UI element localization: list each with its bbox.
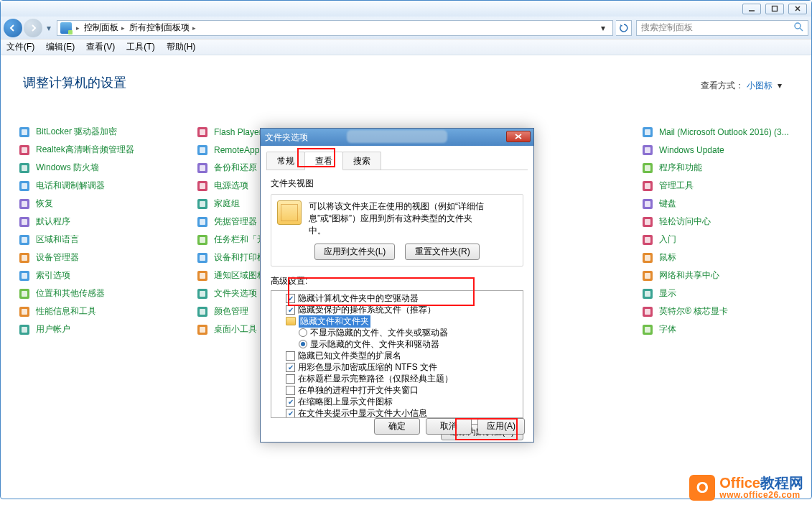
address-dropdown[interactable]: ▾ — [597, 23, 610, 33]
cp-item[interactable]: 入门 — [642, 233, 793, 246]
cp-item[interactable]: 轻松访问中心 — [642, 216, 793, 228]
cp-item[interactable]: 字体 — [642, 323, 793, 335]
cp-item-icon — [642, 216, 653, 228]
apply-button[interactable]: 应用(A) — [477, 418, 525, 435]
address-bar[interactable]: ▸ 控制面板 ▸ 所有控制面板项 ▸ ▾ — [57, 20, 613, 36]
svg-rect-41 — [200, 237, 205, 243]
svg-point-2 — [795, 23, 801, 29]
menu-tools[interactable]: 工具(T) — [126, 41, 154, 53]
minimize-button[interactable] — [742, 4, 761, 14]
cp-item-label: Realtek高清晰音频管理器 — [36, 144, 134, 156]
cp-item[interactable]: 索引选项 — [19, 269, 197, 282]
blurred-region — [347, 130, 447, 143]
cp-item[interactable]: 位置和其他传感器 — [19, 287, 197, 300]
cp-item[interactable]: BitLocker 驱动器加密 — [19, 126, 197, 138]
cp-item[interactable]: 区域和语言 — [19, 233, 197, 246]
cp-item-icon — [197, 306, 208, 318]
cp-item[interactable]: 显示 — [642, 287, 793, 300]
radio-icon[interactable] — [299, 340, 307, 348]
adv-row-full-path-title[interactable]: 在标题栏显示完整路径（仅限经典主题） — [274, 373, 520, 384]
svg-rect-31 — [200, 147, 205, 153]
adv-row-hide-extensions[interactable]: 隐藏已知文件类型的扩展名 — [274, 350, 520, 361]
cp-item[interactable]: 电话和调制解调器 — [19, 180, 197, 192]
checkbox-icon[interactable] — [286, 397, 295, 407]
adv-row-thumb-file-icons[interactable]: 在缩略图上显示文件图标 — [274, 396, 520, 407]
dialog-title-bar[interactable]: 文件夹选项 — [261, 129, 533, 146]
nav-history-dropdown[interactable]: ▾ — [44, 20, 54, 36]
view-mode-dropdown-icon[interactable]: ▾ — [778, 80, 782, 91]
cp-item-label: Windows 防火墙 — [36, 162, 99, 174]
adv-row-dont-show-hidden[interactable]: 不显示隐藏的文件、文件夹或驱动器 — [274, 327, 520, 338]
svg-rect-65 — [645, 237, 650, 243]
adv-row-folder-tip-size[interactable]: 在文件夹提示中显示文件大小信息 — [274, 407, 520, 418]
reset-folders-button[interactable]: 重置文件夹(R) — [405, 244, 480, 260]
adv-row-show-hidden[interactable]: 显示隐藏的文件、文件夹和驱动器 — [274, 338, 520, 350]
checkbox-icon[interactable] — [286, 386, 295, 395]
adv-row-separate-process[interactable]: 在单独的进程中打开文件夹窗口 — [274, 384, 520, 396]
menu-edit[interactable]: 编辑(E) — [46, 41, 75, 53]
cp-item[interactable]: 用户帐户 — [19, 323, 197, 335]
menu-help[interactable]: 帮助(H) — [167, 41, 196, 53]
cp-item-label: 凭据管理器 — [214, 216, 257, 228]
nav-bar: ▾ ▸ 控制面板 ▸ 所有控制面板项 ▸ ▾ 搜索控制面板 — [1, 17, 811, 40]
watermark-title: Office教程网 — [719, 475, 803, 491]
checkbox-icon[interactable] — [286, 409, 295, 418]
view-mode-link[interactable]: 小图标 — [747, 80, 773, 91]
tab-search[interactable]: 搜索 — [342, 152, 381, 170]
cp-item[interactable]: 鼠标 — [642, 251, 793, 264]
cp-item[interactable]: 网络和共享中心 — [642, 269, 793, 282]
menu-view[interactable]: 查看(V) — [86, 41, 115, 53]
cp-item[interactable]: 性能信息和工具 — [19, 305, 197, 318]
cp-item[interactable]: Realtek高清晰音频管理器 — [19, 144, 197, 156]
cp-item[interactable]: 恢复 — [19, 198, 197, 210]
breadcrumb-1[interactable]: 控制面板 ▸ — [84, 22, 125, 34]
back-button[interactable] — [4, 19, 22, 37]
checkbox-icon[interactable] — [286, 374, 295, 384]
cp-item[interactable]: Windows Update — [642, 144, 793, 156]
cp-item-label: 网络和共享中心 — [659, 269, 719, 282]
svg-rect-13 — [22, 201, 27, 207]
cp-item[interactable]: 键盘 — [642, 198, 793, 210]
cancel-button[interactable]: 取消 — [426, 418, 472, 435]
cp-item-icon — [197, 216, 208, 228]
checkbox-icon[interactable] — [286, 363, 295, 372]
adv-row-hide-protected[interactable]: 隐藏受保护的操作系统文件（推荐） — [274, 304, 520, 315]
adv-row-hidden-files-folder[interactable]: 隐藏文件和文件夹 — [274, 315, 520, 327]
breadcrumb-2[interactable]: 所有控制面板项 ▸ — [129, 22, 196, 34]
cp-item-label: RemoteApp — [214, 145, 259, 155]
cp-item[interactable]: 英特尔® 核芯显卡 — [642, 305, 793, 318]
advanced-settings-list[interactable]: 隐藏计算机文件夹中的空驱动器 隐藏受保护的操作系统文件（推荐） 隐藏文件和文件夹… — [271, 290, 523, 418]
cp-item[interactable]: Windows 防火墙 — [19, 162, 197, 174]
tab-view[interactable]: 查看 — [304, 152, 343, 170]
svg-rect-49 — [200, 309, 205, 315]
menu-file[interactable]: 文件(F) — [6, 41, 34, 53]
radio-icon[interactable] — [299, 328, 307, 337]
tab-general[interactable]: 常规 — [266, 152, 305, 170]
cp-item[interactable]: 默认程序 — [19, 216, 197, 228]
checkbox-icon[interactable] — [286, 294, 295, 303]
checkbox-icon[interactable] — [286, 305, 295, 315]
refresh-button[interactable] — [616, 20, 632, 36]
cp-item-label: 程序和功能 — [659, 162, 702, 174]
adv-row-color-ntfs[interactable]: 用彩色显示加密或压缩的 NTFS 文件 — [274, 361, 520, 373]
apply-to-folders-button[interactable]: 应用到文件夹(L) — [314, 244, 396, 260]
forward-button[interactable] — [24, 19, 42, 37]
checkbox-icon[interactable] — [286, 351, 295, 361]
search-input[interactable]: 搜索控制面板 — [636, 20, 808, 36]
cp-item-label: 颜色管理 — [214, 305, 248, 318]
dialog-title: 文件夹选项 — [265, 131, 308, 144]
cp-item-label: Flash Player — [214, 127, 262, 137]
cp-item[interactable]: Mail (Microsoft Outlook 2016) (3... — [642, 126, 793, 138]
cp-item-icon — [197, 162, 208, 174]
cp-item[interactable]: 管理工具 — [642, 180, 793, 192]
cp-item[interactable]: 程序和功能 — [642, 162, 793, 174]
svg-rect-63 — [645, 219, 650, 225]
dialog-close-button[interactable] — [506, 131, 531, 142]
close-button[interactable] — [788, 4, 807, 14]
folder-views-text: 可以将该文件夹正在使用的视图（例如“详细信 息”或“图标”）应用到所有这种类型的… — [309, 200, 484, 236]
svg-rect-71 — [645, 291, 650, 297]
maximize-button[interactable] — [765, 4, 784, 14]
adv-row-hide-empty-drives[interactable]: 隐藏计算机文件夹中的空驱动器 — [274, 292, 520, 304]
cp-item[interactable]: 设备管理器 — [19, 251, 197, 264]
ok-button[interactable]: 确定 — [374, 418, 420, 435]
